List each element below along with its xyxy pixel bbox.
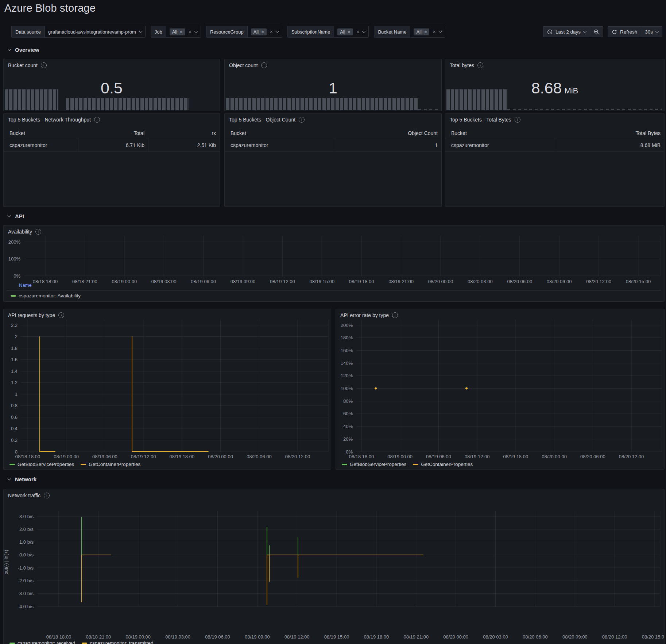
legend-item[interactable]: GetBlobServiceProperties [342,462,406,467]
table-row[interactable]: cspazuremonitor 8.68 MiB [445,139,664,152]
page-title: Azure Blob storage [4,2,96,14]
chevron-down-icon[interactable] [362,30,366,33]
section-overview[interactable]: Overview [8,47,39,53]
svg-text:08/19 18:00: 08/19 18:00 [364,634,389,640]
series-swatch [9,464,15,465]
svg-text:08/20 00:00: 08/20 00:00 [208,454,233,459]
refresh-interval-button[interactable]: 30s [641,26,662,37]
svg-text:140%: 140% [341,360,353,366]
svg-text:08/20 15:00: 08/20 15:00 [626,279,651,284]
time-range-button[interactable]: Last 2 days [543,26,590,37]
var-label: ResourceGroup [206,26,248,37]
refresh-button[interactable]: Refresh [608,26,641,37]
info-icon[interactable]: i [261,62,267,68]
section-network[interactable]: Network [8,476,36,482]
svg-text:08/20 00:00: 08/20 00:00 [542,454,567,459]
chevron-down-icon[interactable] [139,30,142,33]
svg-text:08/20 12:00: 08/20 12:00 [285,454,310,459]
svg-text:08/20 00:00: 08/20 00:00 [443,634,468,640]
svg-text:80%: 80% [343,398,353,404]
clear-all-icon[interactable]: × [270,29,273,34]
panel-bucket-count: Bucket counti 0.5 [3,59,220,111]
remove-tag-icon[interactable]: × [424,30,427,34]
remove-tag-icon[interactable]: × [180,30,183,34]
svg-text:1.8: 1.8 [11,346,18,351]
svg-text:08/20 15:00: 08/20 15:00 [642,634,664,640]
var-data-source[interactable]: Data source grafanacloud-awsintegrationr… [11,26,146,38]
series-swatch [11,295,16,297]
svg-text:200%: 200% [8,239,21,245]
variable-controls: Data source grafanacloud-awsintegrationr… [11,26,445,38]
info-icon[interactable]: i [515,117,520,123]
svg-text:08/19 18:00: 08/19 18:00 [170,454,195,459]
legend-item[interactable]: cspazuremonitor: received [9,640,75,644]
chevron-down-icon[interactable] [275,30,279,33]
svg-text:-4.0 b/s: -4.0 b/s [18,604,34,609]
legend-item[interactable]: GetBlobServiceProperties [9,462,74,467]
info-icon[interactable]: i [299,117,305,123]
clear-all-icon[interactable]: × [356,29,359,34]
chevron-down-icon[interactable] [194,30,198,33]
table: Bucket Total Bytes cspazuremonitor 8.68 … [445,127,664,152]
svg-text:08/20 06:00: 08/20 06:00 [523,634,548,640]
selected-tag[interactable]: All× [414,28,429,35]
svg-text:08/19 03:00: 08/19 03:00 [165,634,190,640]
clear-all-icon[interactable]: × [189,29,191,34]
zoom-out-button[interactable] [590,26,603,37]
sparkline-bars [446,89,507,110]
table: Bucket Total rx cspazuremonitor 6.71 Kib… [4,127,220,152]
api-requests-chart: 2.221.81.61.41.210.80.60.40.2008/18 18:0… [4,309,331,469]
table-row[interactable]: cspazuremonitor 6.71 Kib 2.51 Kib [4,139,220,152]
selected-tag[interactable]: All× [251,28,267,35]
legend-header[interactable]: Name [19,282,32,288]
chevron-down-icon [8,477,11,481]
svg-text:120%: 120% [341,373,353,378]
remove-tag-icon[interactable]: × [348,30,351,34]
info-icon[interactable]: i [477,62,483,68]
legend-item[interactable]: cspazuremonitor: transmitted [82,640,153,644]
svg-text:08/19 12:00: 08/19 12:00 [131,454,156,459]
info-icon[interactable]: i [41,62,47,68]
panel-title: Top 5 Buckets - Network Throughput [8,117,91,123]
svg-text:1.4: 1.4 [11,369,18,374]
info-icon[interactable]: i [94,117,100,123]
legend-item[interactable]: GetContainerProperties [81,462,140,467]
svg-text:2: 2 [15,334,18,339]
selected-tag[interactable]: All× [337,28,353,35]
svg-text:2.0 b/s: 2.0 b/s [19,527,34,532]
panel-title: Top 5 Buckets - Total Bytes [450,117,511,123]
svg-text:1.2: 1.2 [11,380,18,385]
clear-all-icon[interactable]: × [433,29,435,34]
var-job[interactable]: Job All× × [151,26,201,38]
var-resource-group[interactable]: ResourceGroup All× × [206,26,282,38]
legend-item[interactable]: cspazuremonitor: Availability [11,293,81,298]
var-value[interactable]: grafanacloud-awsintegrationrevamp-prom [48,29,136,35]
table-header: Bucket Total Bytes [445,127,664,139]
chevron-down-icon[interactable] [438,30,442,33]
remove-tag-icon[interactable]: × [261,30,264,34]
svg-text:08/19 06:00: 08/19 06:00 [205,634,230,640]
series-swatch [413,464,418,465]
svg-text:08/18 18:00: 08/18 18:00 [15,454,40,459]
panel-title: Object count [229,62,258,68]
panel-top5-total-bytes: Top 5 Buckets - Total Bytesi Bucket Tota… [445,113,665,207]
svg-text:1: 1 [15,392,18,397]
panel-title: Bucket count [8,62,38,68]
section-api[interactable]: API [8,213,24,219]
svg-text:08/20 06:00: 08/20 06:00 [507,279,532,284]
var-subscription-name[interactable]: SubscriptionName All× × [287,26,369,38]
svg-text:0.6: 0.6 [11,414,18,420]
chevron-down-icon [8,47,11,51]
refresh-icon [612,29,617,35]
svg-text:100%: 100% [8,256,21,262]
selected-tag[interactable]: All× [170,28,185,35]
svg-text:08/19 15:00: 08/19 15:00 [309,279,334,284]
svg-text:0.8: 0.8 [11,403,18,408]
time-controls: Last 2 days Refresh 30s [543,26,662,37]
legend-item[interactable]: GetContainerProperties [413,462,473,467]
svg-text:08/20 09:00: 08/20 09:00 [547,279,572,284]
svg-text:08/20 03:00: 08/20 03:00 [468,279,493,284]
var-bucket-name[interactable]: Bucket Name All× × [374,26,445,38]
availability-chart: 200%100%0%08/18 18:0008/18 21:0008/19 00… [4,225,664,301]
table-row[interactable]: cspazuremonitor 1 [225,139,441,152]
